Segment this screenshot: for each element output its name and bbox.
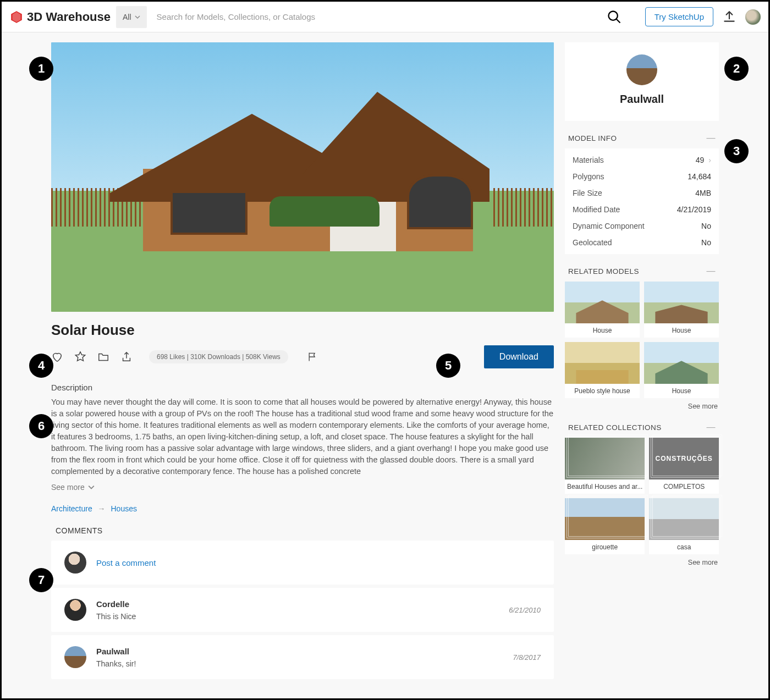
favorite-icon[interactable] (74, 351, 86, 363)
chevron-down-icon (88, 484, 95, 490)
post-comment-box: Post a comment (51, 541, 554, 585)
callout-badge-5: 5 (436, 354, 460, 378)
thumb-label: COMPLETOS (649, 479, 719, 494)
collapse-icon[interactable]: — (707, 133, 716, 143)
svg-line-1 (616, 19, 620, 23)
description-label: Description (51, 383, 554, 392)
warehouse-logo-icon (9, 10, 24, 24)
search-input[interactable] (152, 6, 601, 28)
model-title: Solar House (51, 322, 554, 339)
info-row-polygons: Polygons14,684 (573, 168, 711, 185)
search-filter-all[interactable]: All (116, 6, 147, 28)
thumb-label: House (565, 323, 640, 338)
info-row-materials[interactable]: Materials 49› (573, 152, 711, 168)
related-collection-item[interactable]: casa (649, 498, 719, 554)
thumb-label: Beautiful Houses and ar... (565, 479, 645, 494)
thumb-label: House (644, 323, 719, 338)
chevron-down-icon (135, 14, 140, 20)
info-label: Modified Date (573, 205, 620, 214)
comment-date: 6/21/2010 (509, 606, 541, 614)
comment-text: This is Nice (96, 612, 499, 621)
user-avatar[interactable] (745, 9, 761, 25)
related-collections-see-more[interactable]: See more (565, 554, 719, 566)
search-icon[interactable] (607, 9, 622, 25)
model-hero-image (51, 42, 554, 312)
related-model-item[interactable]: House (644, 342, 719, 398)
info-value: 4MB (695, 189, 711, 197)
collapse-icon[interactable]: — (707, 422, 716, 432)
site-name: 3D Warehouse (27, 10, 111, 24)
current-user-avatar (64, 552, 86, 574)
related-collections-header: RELATED COLLECTIONS (568, 423, 662, 432)
comment-text: Thanks, sir! (96, 659, 503, 668)
related-model-item[interactable]: House (565, 282, 640, 338)
thumb-label: casa (649, 540, 719, 554)
collection-overlay-label: CONSTRUÇÕES (649, 438, 719, 479)
info-row-geolocated: GeolocatedNo (573, 234, 711, 251)
info-row-dynamic: Dynamic ComponentNo (573, 218, 711, 234)
model-info-header: MODEL INFO (568, 134, 617, 142)
filter-label: All (123, 13, 131, 21)
callout-badge-6: 6 (29, 414, 53, 438)
upload-icon[interactable] (722, 10, 736, 24)
commenter-avatar (64, 599, 86, 621)
like-icon[interactable] (51, 351, 63, 363)
callout-badge-1: 1 (29, 57, 53, 81)
comment-author: Paulwall (96, 647, 503, 656)
info-value: 4/21/2019 (677, 205, 711, 214)
related-models-header: RELATED MODELS (568, 267, 639, 275)
related-model-item[interactable]: Pueblo style house (565, 342, 640, 398)
info-row-modified: Modified Date4/21/2019 (573, 201, 711, 218)
thumb-label: girouette (565, 540, 645, 554)
related-collection-item[interactable]: Beautiful Houses and ar... (565, 438, 645, 494)
model-stats: 698 Likes | 310K Downloads | 508K Views (149, 350, 288, 363)
commenter-avatar (64, 646, 86, 668)
callout-badge-2: 2 (724, 57, 749, 81)
info-label: File Size (573, 189, 602, 197)
related-model-item[interactable]: House (644, 282, 719, 338)
comment-date: 7/8/2017 (513, 653, 541, 662)
collapse-icon[interactable]: — (707, 266, 716, 276)
site-logo[interactable]: 3D Warehouse (9, 10, 111, 24)
info-row-filesize: File Size4MB (573, 185, 711, 201)
related-collection-item[interactable]: girouette (565, 498, 645, 554)
author-card[interactable]: Paulwall (565, 42, 719, 121)
info-label: Geolocated (573, 238, 612, 247)
related-models-see-more[interactable]: See more (565, 398, 719, 410)
info-value: No (701, 238, 711, 247)
callout-badge-4: 4 (29, 354, 53, 378)
breadcrumb-root[interactable]: Architecture (51, 504, 92, 513)
comment-item: Paulwall Thanks, sir! 7/8/2017 (51, 635, 554, 679)
site-header: 3D Warehouse All Try SketchUp (2, 2, 768, 32)
thumb-label: House (644, 384, 719, 398)
info-value: 14,684 (688, 172, 711, 181)
info-label: Materials (573, 156, 604, 164)
try-sketchup-button[interactable]: Try SketchUp (645, 7, 713, 26)
callout-badge-7: 7 (29, 568, 53, 592)
info-value: 49 (696, 156, 705, 164)
comments-header: COMMENTS (56, 526, 554, 535)
author-name: Paulwall (565, 93, 719, 106)
model-info-panel: Materials 49› Polygons14,684 File Size4M… (565, 148, 719, 254)
comment-item: Cordelle This is Nice 6/21/2010 (51, 588, 554, 632)
share-icon[interactable] (120, 351, 133, 363)
info-value: No (701, 222, 711, 230)
see-more-label: See more (51, 483, 85, 492)
info-label: Dynamic Component (573, 222, 645, 230)
thumb-label: Pueblo style house (565, 384, 640, 398)
chevron-right-icon: › (708, 156, 711, 164)
download-button[interactable]: Download (484, 345, 554, 368)
post-comment-link[interactable]: Post a comment (96, 558, 156, 567)
folder-icon[interactable] (97, 351, 109, 363)
breadcrumb: Architecture → Houses (51, 504, 554, 513)
related-collection-item[interactable]: CONSTRUÇÕESCOMPLETOS (649, 438, 719, 494)
svg-point-0 (608, 11, 617, 20)
info-label: Polygons (573, 172, 604, 181)
author-avatar (626, 54, 657, 85)
flag-icon[interactable] (307, 351, 318, 362)
see-more-toggle[interactable]: See more (51, 483, 95, 492)
description-text: You may have never thought the day will … (51, 396, 554, 477)
callout-badge-3: 3 (724, 139, 749, 163)
comment-author: Cordelle (96, 599, 499, 609)
breadcrumb-child[interactable]: Houses (111, 504, 136, 513)
